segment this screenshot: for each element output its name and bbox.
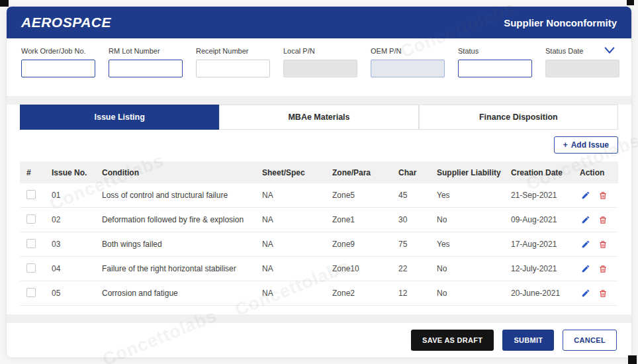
edit-button[interactable] [581,240,590,249]
col-header-action: Action [577,168,618,177]
delete-button[interactable] [598,215,608,225]
col-header-zone-para: Zone/Para [330,168,396,177]
issue-listing-panel: + Add Issue # Issue No. Condition Sheet/… [7,130,631,314]
cell-sheet-spec: NA [259,191,330,200]
cell-zone-para: Zone9 [330,240,396,249]
row-checkbox[interactable] [26,263,36,273]
cancel-button[interactable]: CANCEL [563,330,617,351]
cell-sheet-spec: NA [259,289,330,298]
screenshot-artifact [627,0,634,5]
save-as-draft-button[interactable]: SAVE AS DRAFT [411,330,494,351]
cell-char: 12 [396,289,434,298]
col-header-supplier-liability: Supplier Liability [434,168,508,177]
page-title: Supplier Nonconformity [504,17,617,28]
cell-zone-para: Zone5 [330,191,396,200]
row-checkbox[interactable] [26,214,36,224]
cell-supplier-liability: No [434,264,508,273]
table-row: 01 Loss of control and structural failur… [20,183,618,208]
edit-button[interactable] [581,215,590,224]
trash-icon [598,193,608,203]
app-window: Concettolabs Concettolabs Concettolabs C… [0,0,638,364]
delete-button[interactable] [598,289,608,298]
cell-condition: Failure of the right horizontal stabilis… [99,264,259,273]
status-input[interactable] [458,60,532,77]
filter-field-local-pn: Local P/N [283,47,357,96]
trash-icon [598,266,608,276]
pencil-icon [581,265,590,275]
footer-actions: SAVE AS DRAFT SUBMIT CANCEL [7,323,631,357]
cell-condition: Deformation followed by fire & explosion [99,215,259,224]
cell-sheet-spec: NA [259,264,330,273]
filter-label: Local P/N [283,47,357,55]
delete-button[interactable] [598,240,608,250]
local-pn-input [283,60,357,77]
receipt-number-input[interactable] [196,60,270,77]
oem-pn-input [371,60,445,77]
filter-label: Status [458,47,532,55]
filter-field-oem-pn: OEM P/N [371,47,445,96]
tab-mbae-materials[interactable]: MBAe Materials [219,105,418,130]
work-order-input[interactable] [21,60,95,77]
tab-bar: Issue Listing MBAe Materials Finance Dis… [20,105,618,130]
filter-label: OEM P/N [371,47,445,55]
cell-supplier-liability: Yes [434,191,508,200]
section-divider [7,96,631,105]
edit-button[interactable] [581,289,590,298]
col-header-condition: Condition [99,168,259,177]
filter-label: Work Order/Job No. [21,47,95,55]
trash-icon [598,291,608,300]
submit-button[interactable]: SUBMIT [502,330,554,351]
row-checkbox[interactable] [26,288,36,297]
cell-supplier-liability: No [434,289,508,298]
rm-lot-input[interactable] [109,60,183,77]
cell-zone-para: Zone10 [330,264,396,273]
pencil-icon [581,216,590,226]
pencil-icon [581,241,590,251]
app-header: AEROSPACE Supplier Nonconformity [7,7,631,38]
status-date-input [545,60,619,77]
cell-supplier-liability: No [434,215,508,224]
cell-issue-no: 01 [49,191,99,200]
section-divider [7,314,631,323]
cell-condition: Corrosion and fatigue [99,289,259,298]
cell-issue-no: 04 [49,264,99,273]
table-row: 02 Deformation followed by fire & explos… [20,208,618,232]
col-header-sheet-spec: Sheet/Spec [259,168,330,177]
delete-button[interactable] [598,191,608,201]
app-logo: AEROSPACE [21,15,111,30]
trash-icon [598,242,608,251]
edit-button[interactable] [581,191,590,200]
filter-field-receipt-number: Receipt Number [196,47,270,96]
filters-panel: Work Order/Job No. RM Lot Number Receipt… [7,38,631,96]
row-checkbox[interactable] [26,239,36,248]
filter-field-work-order: Work Order/Job No. [21,47,95,96]
cell-creation-date: 09-Aug-2021 [508,215,577,224]
supplier-nonconformity-app: AEROSPACE Supplier Nonconformity Work Or… [6,6,632,358]
col-header-select: # [20,168,49,177]
screenshot-artifact [628,355,637,364]
tab-finance-disposition[interactable]: Finance Disposition [419,105,618,130]
table-row: 05 Corrosion and fatigue NA Zone2 12 No … [20,281,618,306]
cell-zone-para: Zone1 [330,215,396,224]
cell-issue-no: 02 [49,215,99,224]
cell-creation-date: 20-June-2021 [508,289,577,298]
filters-collapse-button[interactable] [601,44,618,58]
cell-creation-date: 12-July-2021 [508,264,577,273]
add-issue-label: Add Issue [571,140,609,150]
cell-char: 22 [396,264,434,273]
cell-creation-date: 21-Sep-2021 [508,191,577,200]
cell-issue-no: 03 [49,240,99,249]
col-header-issue-no: Issue No. [49,168,99,177]
cell-condition: Both wings failed [99,240,259,249]
col-header-creation-date: Creation Date [508,168,577,177]
edit-button[interactable] [581,264,590,273]
tab-issue-listing[interactable]: Issue Listing [20,105,219,130]
row-checkbox[interactable] [26,190,36,199]
add-issue-button[interactable]: + Add Issue [554,136,618,154]
chevron-down-icon [602,44,617,58]
trash-icon [598,217,608,227]
delete-button[interactable] [598,264,608,274]
cell-char: 75 [396,240,434,249]
table-row: 03 Both wings failed NA Zone9 75 Yes 17-… [20,232,618,257]
col-header-char: Char [396,168,434,177]
